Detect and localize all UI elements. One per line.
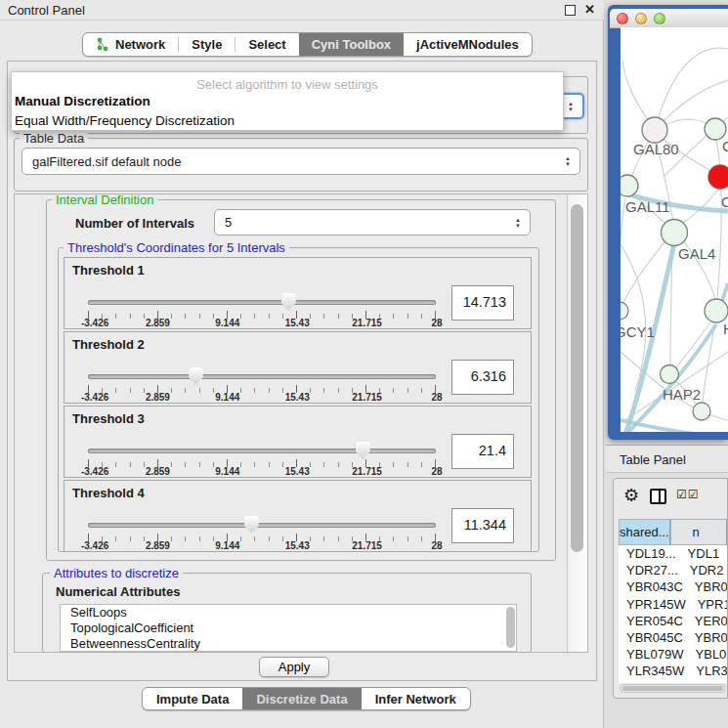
tab-jactivemnodules-label: jActiveMNodules xyxy=(416,37,519,52)
tab-cyni-toolbox-label: Cyni Toolbox xyxy=(312,37,391,52)
slider-track[interactable] xyxy=(88,374,436,379)
node-gal11[interactable] xyxy=(621,175,638,196)
table-row[interactable]: YIL052CYIL0 xyxy=(619,680,727,684)
number-of-intervals-label: Number of Intervals xyxy=(75,216,194,231)
network-icon xyxy=(96,37,109,52)
threshold-4-label: Threshold 4 xyxy=(72,486,145,500)
threshold-2-slider[interactable]: -3.426 2.859 9.144 15.43 21.715 28 xyxy=(88,365,436,403)
threshold-3-slider[interactable]: -3.426 2.859 9.144 15.43 21.715 28 xyxy=(88,440,436,477)
slider-thumb[interactable] xyxy=(244,516,259,534)
tab-network[interactable]: Network xyxy=(83,33,178,56)
settings-scrollpane: Interval Definition Number of Intervals … xyxy=(14,193,588,653)
table-rows: YDL19...YDL1 YDR27...YDR2 YBR043CYBR0 YP… xyxy=(619,545,727,683)
float-window-icon[interactable] xyxy=(565,5,576,16)
control-panel-window: Control Panel ✕ Network Style Select Cyn… xyxy=(0,0,604,728)
node-label-gal11: GAL11 xyxy=(625,198,670,215)
bottom-tab-bar: Impute Data Discretize Data Infer Networ… xyxy=(142,687,471,710)
node-label-gal4: GAL4 xyxy=(678,245,715,262)
tab-discretize-data[interactable]: Discretize Data xyxy=(242,688,361,709)
threshold-3-value-field[interactable]: 21.4 xyxy=(451,434,514,469)
node-hap2[interactable] xyxy=(661,365,679,384)
slider-thumb[interactable] xyxy=(281,293,296,311)
tab-infer-network[interactable]: Infer Network xyxy=(362,688,470,709)
split-columns-icon[interactable] xyxy=(650,489,666,504)
node-top-right[interactable] xyxy=(705,118,726,140)
table-row[interactable]: YDR27...YDR2 xyxy=(619,562,727,578)
slider-track[interactable] xyxy=(88,300,436,305)
tab-impute-data[interactable]: Impute Data xyxy=(143,688,242,709)
tab-discretize-data-label: Discretize Data xyxy=(256,692,347,707)
apply-button[interactable]: Apply xyxy=(259,657,329,677)
close-icon[interactable]: ✕ xyxy=(584,2,595,17)
tab-select-label: Select xyxy=(248,37,285,52)
threshold-4-slider[interactable]: -3.426 2.859 9.144 15.43 21.715 28 xyxy=(88,514,436,551)
dropdown-item-manual-discretization[interactable]: Manual Discretization xyxy=(12,92,563,111)
control-panel-titlebar: Control Panel ✕ xyxy=(0,0,604,21)
column-header-shared-name[interactable]: shared... xyxy=(619,519,670,545)
gear-icon[interactable]: ⚙ xyxy=(623,485,639,506)
panel-scrollbar-thumb[interactable] xyxy=(571,204,583,552)
network-canvas[interactable]: GAL80 G C GAL11 GAL4 GCY1 H HAP2 xyxy=(621,27,728,432)
slider-track[interactable] xyxy=(88,523,436,528)
node-gal4[interactable] xyxy=(662,220,688,246)
tab-impute-data-label: Impute Data xyxy=(156,692,229,707)
slider-thumb[interactable] xyxy=(189,367,203,385)
minimize-traffic-light-icon[interactable] xyxy=(635,13,647,24)
column-header-name[interactable]: n xyxy=(670,519,727,545)
table-row[interactable]: YBR043CYBR0 xyxy=(619,578,727,595)
node-h[interactable] xyxy=(705,299,728,322)
table-row[interactable]: YER054CYER0 xyxy=(619,613,727,629)
number-of-intervals-spinner[interactable]: 5 ▲▼ xyxy=(214,209,531,236)
checkbox-columns-icon[interactable]: ☑☑ xyxy=(676,488,700,501)
threshold-3-panel: Threshold 3 -3.426 2.859 9.144 15.43 21.… xyxy=(64,406,532,478)
node-gal80[interactable] xyxy=(642,117,667,143)
threshold-1-panel: Threshold 1 -3.426 2.859 9.144 15.43 21.… xyxy=(64,257,532,329)
tab-network-label: Network xyxy=(115,37,165,52)
horizontal-scrollbar[interactable] xyxy=(620,684,726,693)
table-data-group-title: Table Data xyxy=(20,131,88,146)
threshold-1-value-field[interactable]: 14.713 xyxy=(451,285,514,321)
table-row[interactable]: YPR145WYPR1 xyxy=(619,596,727,613)
table-row[interactable]: YBL079WYBL0 xyxy=(619,646,727,663)
numerical-attributes-list[interactable]: SelfLoops TopologicalCoefficient Between… xyxy=(60,604,517,652)
slider-thumb[interactable] xyxy=(356,442,370,459)
table-row[interactable]: YBR045CYBR0 xyxy=(619,629,727,646)
zoom-traffic-light-icon[interactable] xyxy=(654,13,665,24)
tab-cyni-toolbox[interactable]: Cyni Toolbox xyxy=(299,33,404,56)
node-bottom[interactable] xyxy=(693,403,710,420)
tab-jactivemnodules[interactable]: jActiveMNodules xyxy=(404,33,532,56)
tab-select[interactable]: Select xyxy=(236,33,298,56)
tab-style[interactable]: Style xyxy=(179,33,235,56)
table-row[interactable]: YDL19...YDL1 xyxy=(619,545,727,562)
slider-tick-labels: -3.426 2.859 9.144 15.43 21.715 28 xyxy=(88,318,437,329)
table-row[interactable]: YLR345WYLR3 xyxy=(619,663,727,679)
node-selected-red[interactable] xyxy=(708,165,728,189)
slider-tick-labels: -3.426 2.859 9.144 15.43 21.715 28 xyxy=(88,466,437,478)
threshold-1-label: Threshold 1 xyxy=(72,263,145,278)
horizontal-scrollbar-thumb[interactable] xyxy=(622,686,723,691)
panel-scrollbar[interactable] xyxy=(567,194,587,652)
threshold-2-value-field[interactable]: 6.316 xyxy=(451,360,514,395)
threshold-4-value-field[interactable]: 11.344 xyxy=(451,508,514,543)
list-item-selfloops[interactable]: SelfLoops xyxy=(61,605,516,621)
network-window-titlebar[interactable] xyxy=(610,9,728,28)
node-label-c: C xyxy=(721,193,728,210)
slider-track[interactable] xyxy=(88,449,436,453)
threshold-1-slider[interactable]: -3.426 2.859 9.144 15.43 21.715 28 xyxy=(88,291,436,328)
close-traffic-light-icon[interactable] xyxy=(617,13,628,24)
list-item-betweennesscentrality[interactable]: BetweennessCentrality xyxy=(61,636,516,652)
table-data-combobox[interactable]: galFiltered.sif default node ▲▼ xyxy=(21,148,580,175)
numerical-attributes-label: Numerical Attributes xyxy=(56,584,180,599)
combo-arrows-icon: ▲▼ xyxy=(565,155,571,167)
list-scrollbar[interactable] xyxy=(506,607,515,648)
dropdown-item-equal-width-frequency[interactable]: Equal Width/Frequency Discretization xyxy=(12,111,563,131)
table-data-combobox-value: galFiltered.sif default node xyxy=(22,154,565,169)
node-gcy1[interactable] xyxy=(621,302,628,320)
node-label-g: G xyxy=(722,138,728,154)
slider-tick-labels: -3.426 2.859 9.144 15.43 21.715 28 xyxy=(88,392,437,404)
network-view-window: GAL80 G C GAL11 GAL4 GCY1 H HAP2 xyxy=(608,5,728,440)
spinner-arrows-icon: ▲▼ xyxy=(515,217,521,229)
attributes-group-title: Attributes to discretize xyxy=(50,566,183,580)
list-item-topologicalcoefficient[interactable]: TopologicalCoefficient xyxy=(61,621,516,636)
table-panel-titlebar: Table Panel xyxy=(606,445,728,473)
